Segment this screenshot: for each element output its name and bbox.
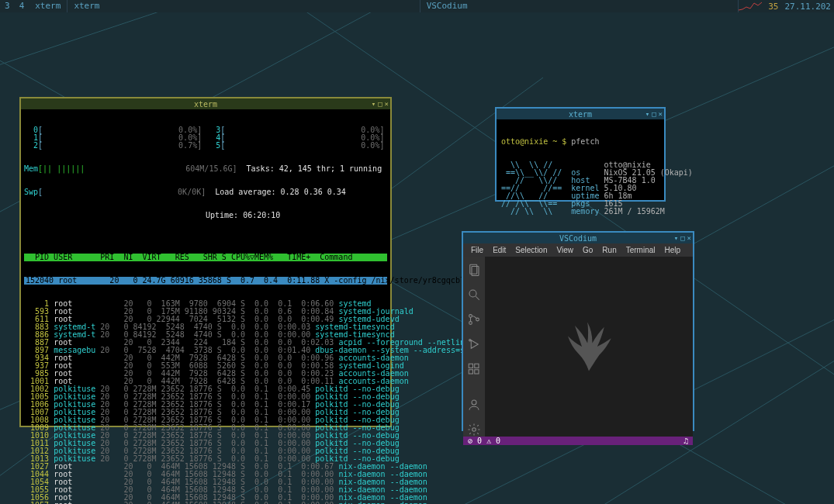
status-notifications-icon[interactable]: ♫: [683, 437, 688, 445]
svg-point-13: [469, 315, 472, 318]
svg-point-11: [469, 290, 476, 297]
menu-run[interactable]: Run: [599, 245, 619, 255]
close-icon[interactable]: ×: [385, 98, 389, 109]
vscodium-logo-icon: [554, 312, 624, 381]
window-title: xterm: [194, 100, 217, 109]
svg-point-14: [469, 322, 472, 325]
account-icon[interactable]: [467, 398, 481, 412]
minimize-icon[interactable]: ▾: [372, 98, 375, 109]
svg-rect-21: [475, 370, 479, 374]
xterm-htop-titlebar[interactable]: xterm ▾ □ ×: [21, 98, 390, 109]
cpu-meter-row: 2[0.7%] 5[0.0%]: [24, 142, 387, 150]
cpu-meters: 0[0.0%] 3[0.0%] 1[0.0%] 4[0.0%] 2[0.7%] …: [24, 126, 387, 150]
svg-point-22: [472, 400, 476, 405]
close-icon[interactable]: ×: [687, 233, 691, 243]
taskbar: 3 4 xterm xterm VSCodium 35 27.11.202: [0, 0, 834, 12]
debug-icon[interactable]: [467, 337, 481, 351]
htop-content[interactable]: 0[0.0%] 3[0.0%] 1[0.0%] 4[0.0%] 2[0.7%] …: [21, 109, 390, 504]
status-bar[interactable]: ⊘ 0 ⚠ 0 ♫: [463, 437, 693, 445]
extensions-icon[interactable]: [467, 362, 481, 376]
pfetch-command: pfetch: [571, 137, 599, 146]
svg-rect-20: [469, 370, 472, 374]
maximize-icon[interactable]: □: [680, 233, 684, 243]
uptime: Uptime: 06:20:10: [24, 212, 387, 219]
menu-file[interactable]: File: [468, 245, 486, 255]
menu-help[interactable]: Help: [662, 245, 684, 255]
maximize-icon[interactable]: □: [652, 109, 656, 119]
svg-marker-16: [471, 340, 478, 349]
window-title: VSCodium: [559, 234, 597, 243]
svg-point-15: [476, 318, 479, 321]
menu-go[interactable]: Go: [580, 245, 596, 255]
menu-terminal[interactable]: Terminal: [623, 245, 659, 255]
editor-area[interactable]: [485, 257, 693, 437]
activity-bar: [463, 257, 485, 437]
task-vscodium[interactable]: VSCodium: [420, 0, 739, 12]
vscodium-window[interactable]: VSCodium ▾ □ × FileEditSelectionViewGoRu…: [462, 231, 694, 431]
maximize-icon[interactable]: □: [378, 98, 382, 109]
taskbar-date: 27.11.202: [781, 1, 834, 12]
minimize-icon[interactable]: ▾: [645, 109, 649, 119]
settings-gear-icon[interactable]: [467, 423, 481, 437]
svg-point-17: [469, 340, 471, 341]
shell-prompt: otto@nixie ~ $: [501, 137, 571, 146]
search-icon[interactable]: [467, 288, 481, 302]
source-control-icon[interactable]: [467, 312, 481, 326]
workspace-3[interactable]: 3: [0, 0, 15, 12]
minimize-icon[interactable]: ▾: [674, 233, 678, 243]
vscodium-menubar: FileEditSelectionViewGoRunTerminalHelp: [463, 243, 693, 257]
vscodium-titlebar[interactable]: VSCodium ▾ □ ×: [463, 233, 693, 243]
workspace-4[interactable]: 4: [15, 0, 29, 12]
close-icon[interactable]: ×: [659, 109, 663, 119]
menu-view[interactable]: View: [554, 245, 577, 255]
xterm-htop-window[interactable]: xterm ▾ □ × 0[0.0%] 3[0.0%] 1[0.0%] 4[0.…: [19, 97, 392, 427]
htop-header[interactable]: PID USER PRI NI VIRT RES SHR S CPU%▽MEM%…: [24, 254, 387, 261]
task-xterm-2[interactable]: xterm: [67, 0, 420, 12]
status-problems[interactable]: ⊘ 0 ⚠ 0: [468, 437, 500, 445]
taskbar-label: 35: [765, 1, 781, 12]
menu-selection[interactable]: Selection: [512, 245, 550, 255]
menu-edit[interactable]: Edit: [490, 245, 509, 255]
svg-point-23: [472, 428, 476, 432]
mem-meter: Mem[|| ||||||604M/15.6G] Tasks: 42, 145 …: [24, 165, 387, 173]
task-xterm-1[interactable]: xterm: [29, 0, 67, 12]
svg-rect-19: [475, 364, 479, 368]
htop-selected-row[interactable]: 152040 root 20 0 24.7G 60916 35868 S 0.7…: [24, 277, 387, 285]
xterm-pfetch-titlebar[interactable]: xterm ▾ □ ×: [497, 109, 664, 119]
window-title: xterm: [569, 110, 592, 119]
xterm-pfetch-window[interactable]: xterm ▾ □ × otto@nixie ~ $ pfetch \\ \\ …: [495, 107, 666, 202]
svg-rect-18: [469, 364, 472, 368]
pfetch-line: // \\ \\ memory 261M / 15962M: [501, 208, 659, 216]
swp-meter: Swp[0K/0K] Load average: 0.28 0.36 0.34: [24, 188, 387, 196]
cpu-graph-icon: [739, 1, 762, 12]
explorer-icon[interactable]: [467, 263, 481, 277]
svg-line-12: [476, 296, 479, 300]
